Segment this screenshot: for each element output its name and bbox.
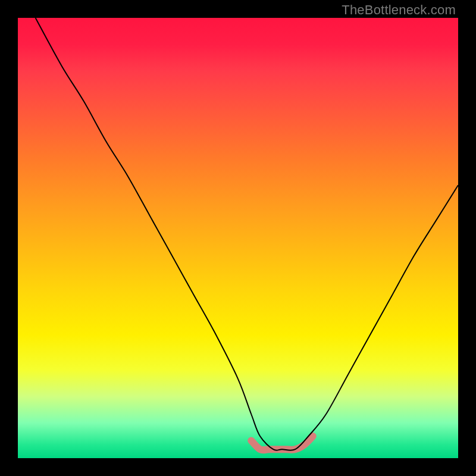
chart-container: TheBottleneck.com [0,0,476,476]
optimal-range-highlight [251,436,313,450]
curve-layer [18,18,458,458]
watermark-text: TheBottleneck.com [342,2,456,18]
bottleneck-curve [36,18,458,450]
plot-area [18,18,458,458]
